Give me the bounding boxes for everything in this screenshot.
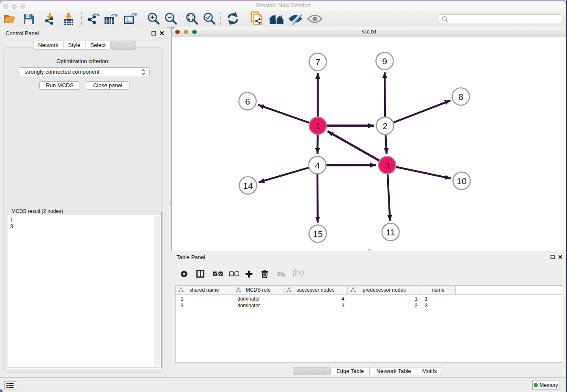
svg-text:6: 6: [245, 97, 250, 106]
svg-text:8: 8: [458, 92, 463, 102]
svg-text:1: 1: [315, 121, 320, 131]
svg-text:9: 9: [382, 56, 387, 66]
svg-text:10: 10: [457, 176, 466, 186]
svg-text:7: 7: [315, 57, 320, 67]
svg-text:3: 3: [385, 160, 390, 170]
svg-text:14: 14: [243, 181, 253, 190]
svg-text:15: 15: [313, 229, 322, 239]
svg-text:2: 2: [383, 121, 388, 131]
svg-text:4: 4: [315, 160, 320, 170]
svg-text:11: 11: [386, 227, 395, 237]
